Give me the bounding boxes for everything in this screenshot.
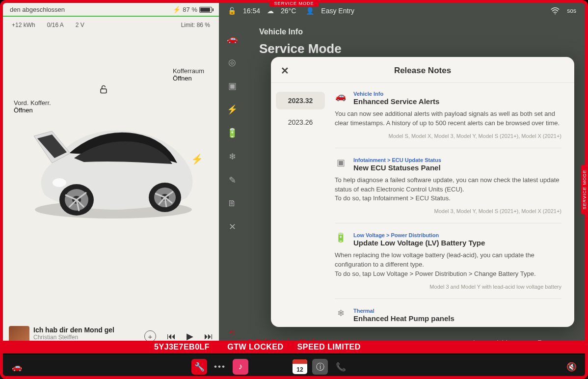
right-panel: 🔓 16:54 ☁ 26°C 👤 Easy Entry sos 🚗 ◎ ▣ ⚡ <box>219 3 585 352</box>
release-note: 🚗Vehicle InfoEnhanced Service AlertsYou … <box>335 91 561 148</box>
nav-steering-icon[interactable]: ◎ <box>228 57 236 68</box>
media-next-button[interactable]: ⏭ <box>204 331 213 342</box>
clock[interactable]: 16:54 <box>243 7 260 15</box>
battery-indicator[interactable]: ⚡ 87 % <box>173 6 212 13</box>
note-title: Enhanced Service Alerts <box>353 97 439 106</box>
nav-battery-icon[interactable]: 🔋 <box>227 128 238 138</box>
media-play-button[interactable]: ▶ <box>187 331 193 342</box>
warning-bar: 5YJ3E7EB0LF GTW LOCKED SPEED LIMITED <box>3 341 585 353</box>
battery-icon <box>199 7 212 13</box>
release-notes-modal: ✕ Release Notes 2023.322023.26 🚗Vehicle … <box>271 57 574 327</box>
svg-point-8 <box>53 178 66 187</box>
battery-icon: 🔋 <box>335 232 347 247</box>
nav-exit-icon[interactable]: ⎋ <box>230 328 235 337</box>
note-body: The Sensors and Valves panel was removed… <box>335 326 561 327</box>
nav-thermal-icon[interactable]: ❄ <box>229 151 236 162</box>
svg-rect-0 <box>101 89 107 93</box>
temperature: 26°C <box>281 7 296 15</box>
dock: 🚗 🔧 ••• ♪ 12 ⓘ 📞 🔇 <box>0 354 588 379</box>
dock-volume-mute-icon[interactable]: 🔇 <box>563 359 579 375</box>
service-nav: 🚗 ◎ ▣ ⚡ 🔋 ❄ ✎ 🗎 ✕ ⎋ <box>219 19 245 352</box>
lock-status-text: den abgeschlossen <box>10 6 65 13</box>
service-mode-tag-top: SERVICE MODE <box>269 0 319 7</box>
version-item[interactable]: 2023.32 <box>276 92 325 109</box>
note-footer: Model 3 and Model Y with lead-acid low v… <box>335 284 561 290</box>
media-byline: Christian Steiffen <box>33 334 114 341</box>
dock-music-icon[interactable]: ♪ <box>233 359 248 375</box>
nav-power-icon[interactable]: ⚡ <box>227 104 238 115</box>
nav-doc-icon[interactable]: 🗎 <box>228 198 237 209</box>
trunk-label: Kofferraum <box>173 67 204 75</box>
note-title: New ECU Statuses Panel <box>353 163 441 172</box>
note-crumb: Thermal <box>353 308 454 314</box>
modal-title: Release Notes <box>394 66 451 75</box>
vehicle-info-heading[interactable]: Vehicle Info <box>259 27 571 36</box>
release-note: ❄ThermalEnhanced Heat Pump panelsThe Sen… <box>335 308 561 327</box>
close-button[interactable]: ✕ <box>281 65 289 77</box>
car-image <box>25 109 202 227</box>
note-body: You can now see additional alerts with p… <box>335 109 561 128</box>
note-body: To help diagnose a failed software updat… <box>335 176 561 204</box>
note-title: Enhanced Heat Pump panels <box>353 314 454 323</box>
charge-progress-bar <box>3 16 219 17</box>
dock-info-icon[interactable]: ⓘ <box>312 359 328 375</box>
lock-icon[interactable]: 🔓 <box>228 7 236 15</box>
version-item[interactable]: 2023.26 <box>276 113 325 131</box>
left-panel: den abgeschlossen ⚡ 87 % +12 kWh 0/16 A … <box>3 3 219 352</box>
frunk-label: Vord. Kofferr. <box>14 99 51 107</box>
chip-icon: ▣ <box>335 157 347 172</box>
media-prev-button[interactable]: ⏮ <box>167 331 176 342</box>
nav-vehicle-icon[interactable]: 🚗 <box>227 33 238 44</box>
dock-more-icon[interactable]: ••• <box>212 359 228 375</box>
car-icon: 🚗 <box>335 91 347 106</box>
sos-button[interactable]: sos <box>567 7 576 14</box>
dock-car-icon[interactable]: 🚗 <box>9 359 25 375</box>
release-note: ▣Infotainment > ECU Update StatusNew ECU… <box>335 157 561 224</box>
note-title: Update Low Voltage (LV) Battery Type <box>353 239 485 247</box>
dock-calendar-icon[interactable]: 12 <box>293 359 307 374</box>
service-mode-title: Service Mode <box>259 41 571 56</box>
svg-point-19 <box>555 13 556 14</box>
note-crumb: Infotainment > ECU Update Status <box>353 157 441 163</box>
profile-name[interactable]: Easy Entry <box>321 7 354 15</box>
speed-limited-text: SPEED LIMITED <box>297 343 361 352</box>
note-crumb: Vehicle Info <box>353 91 439 97</box>
note-footer: Model S, Model X, Model 3, Model Y, Mode… <box>335 133 561 139</box>
notes-list[interactable]: 🚗Vehicle InfoEnhanced Service AlertsYou … <box>330 83 574 327</box>
trunk-action: Öffnen <box>173 75 204 82</box>
battery-percent: 87 % <box>183 6 197 13</box>
stat-kwh: +12 kWh <box>12 22 35 28</box>
dock-service-icon[interactable]: 🔧 <box>191 359 207 375</box>
trunk-button[interactable]: Kofferraum Öffnen <box>173 67 204 82</box>
weather-icon[interactable]: ☁ <box>267 7 274 15</box>
dock-phone-icon[interactable]: 📞 <box>333 359 348 375</box>
snow-icon: ❄ <box>335 308 347 323</box>
nav-tools-icon[interactable]: ✎ <box>229 175 236 186</box>
bolt-icon: ⚡ <box>173 6 181 13</box>
nav-chip-icon[interactable]: ▣ <box>228 81 237 91</box>
unlock-icon[interactable] <box>99 84 108 94</box>
release-note: 🔋Low Voltage > Power DistributionUpdate … <box>335 232 561 299</box>
vin-text: 5YJ3E7EB0LF <box>154 343 210 352</box>
stat-limit[interactable]: Limit: 86 % <box>181 22 210 28</box>
stat-volts: 2 V <box>76 22 84 28</box>
service-mode-tag-right: SERVICE MODE <box>581 165 588 215</box>
profile-icon[interactable]: 👤 <box>306 7 314 15</box>
note-crumb: Low Voltage > Power Distribution <box>353 232 485 238</box>
media-title: Ich hab dir den Mond gel <box>33 326 114 334</box>
car-visualization: Kofferraum Öffnen Vord. Kofferr. Öffnen … <box>3 30 219 321</box>
version-list: 2023.322023.26 <box>271 83 330 327</box>
gtw-locked-text: GTW LOCKED <box>227 343 283 352</box>
wifi-icon[interactable] <box>550 7 560 15</box>
nav-sat-icon[interactable]: ✕ <box>229 221 236 232</box>
note-body: When replacing the low voltage battery (… <box>335 251 561 279</box>
note-footer: Model 3, Model Y, Model S (2021+), Model… <box>335 208 561 214</box>
stat-amps: 0/16 A <box>47 22 64 28</box>
